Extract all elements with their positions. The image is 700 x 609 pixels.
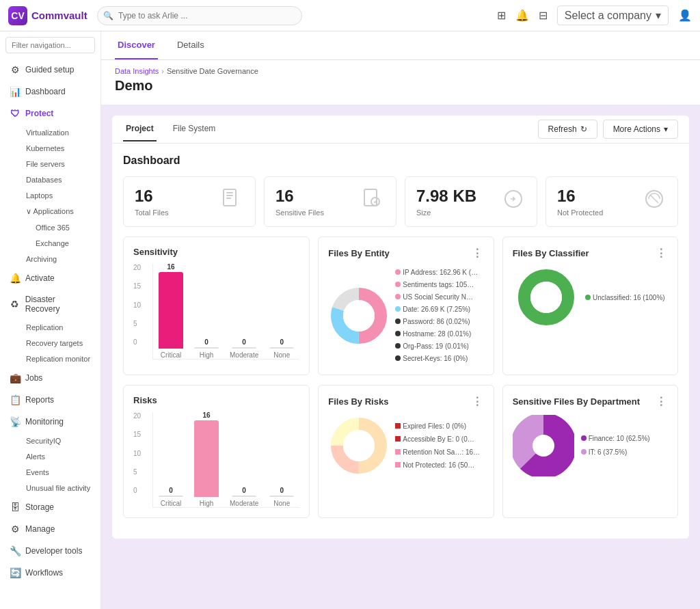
logo: CV Commvault xyxy=(8,6,90,25)
content-area: Project File System Refresh ↻ More Actio… xyxy=(101,105,700,609)
breadcrumb-parent[interactable]: Data Insights xyxy=(115,67,159,75)
stat-value-size: 7.98 KB xyxy=(416,187,476,206)
sidebar-item-disaster-recovery[interactable]: ♻ Disaster Recovery xyxy=(3,290,98,319)
files-by-classifier-donut xyxy=(515,267,577,328)
sub-tab-actions: Refresh ↻ More Actions ▾ xyxy=(538,116,678,143)
sidebar-item-protect[interactable]: 🛡 Protect xyxy=(3,103,98,124)
refresh-icon: ↻ xyxy=(580,124,587,134)
sidebar-item-guided-setup[interactable]: ⚙ Guided setup xyxy=(3,59,98,80)
charts-row-2: Risks 20 15 10 5 0 xyxy=(123,385,678,518)
sidebar-item-databases[interactable]: Databases xyxy=(21,172,98,187)
sidebar-item-storage[interactable]: 🗄 Storage xyxy=(3,497,98,517)
stat-card-size: 7.98 KB Size xyxy=(405,176,537,227)
risks-bar-moderate: 0 Moderate xyxy=(230,487,258,507)
sub-tab-project[interactable]: Project xyxy=(123,117,157,141)
main-content: Discover Details Data Insights › Sensiti… xyxy=(101,31,700,609)
sidebar-item-unusual-file[interactable]: Unusual file activity xyxy=(21,481,98,496)
stats-row: 16 Total Files xyxy=(123,176,678,227)
grid-icon[interactable]: ⊞ xyxy=(497,9,506,22)
stat-value-total-files: 16 xyxy=(135,187,169,206)
manage-icon: ⚙ xyxy=(10,524,21,534)
sidebar-item-replication[interactable]: Replication xyxy=(21,320,98,335)
sub-tabs-container: Project File System Refresh ↻ More Actio… xyxy=(112,116,689,144)
workflows-icon: 🔄 xyxy=(10,567,21,578)
sensitivity-title-text: Sensitivity xyxy=(133,247,178,257)
refresh-label: Refresh xyxy=(548,124,577,134)
sensitivity-bars: 16 Critical 0 xyxy=(152,264,299,360)
sidebar-item-recovery-targets[interactable]: Recovery targets xyxy=(21,336,98,351)
sidebar-filter-input[interactable] xyxy=(5,37,95,53)
stat-label-total-files: Total Files xyxy=(135,208,169,217)
sidebar-item-laptops[interactable]: Laptops xyxy=(21,188,98,203)
sidebar-item-virtualization[interactable]: Virtualization xyxy=(21,125,98,140)
tab-details[interactable]: Details xyxy=(174,31,207,59)
sidebar-item-file-servers[interactable]: File servers xyxy=(21,157,98,172)
search-area: 🔍 xyxy=(97,6,302,25)
sidebar-item-jobs[interactable]: 💼 Jobs xyxy=(3,368,98,388)
jobs-icon: 💼 xyxy=(10,373,21,383)
page-header: Data Insights › Sensitive Date Governanc… xyxy=(101,60,700,105)
sidebar-monitoring-subitems: SecurityIQ Alerts Events Unusual file ac… xyxy=(0,433,100,496)
more-actions-button[interactable]: More Actions ▾ xyxy=(603,120,678,139)
files-by-classifier-title-text: Files By Classifier xyxy=(513,248,589,258)
sidebar-item-exchange[interactable]: Exchange xyxy=(30,236,98,251)
sensitive-by-dept-content: Finance: 10 (62.5%) IT: 6 (37.5%) xyxy=(513,415,668,476)
files-by-risks-legend: Expired Files: 0 (0%) Accessible By E: 0… xyxy=(395,420,480,472)
sidebar-item-archiving[interactable]: Archiving xyxy=(21,252,98,267)
bar-none: 0 None xyxy=(269,338,294,359)
sidebar-label-events: Events xyxy=(26,468,49,476)
bar-high-label: High xyxy=(200,351,214,359)
dept-legend-dot-2 xyxy=(581,449,587,455)
developer-tools-icon: 🔧 xyxy=(10,545,21,556)
stat-card-not-protected: 16 Not Protected xyxy=(546,176,678,227)
storage-icon: 🗄 xyxy=(10,502,21,513)
sidebar-item-developer-tools[interactable]: 🔧 Developer tools xyxy=(3,541,98,561)
sub-tab-file-system[interactable]: File System xyxy=(170,117,219,141)
guided-setup-icon: ⚙ xyxy=(10,64,21,75)
breadcrumb-current: Sensitive Date Governance xyxy=(167,67,258,75)
monitoring-icon: 📡 xyxy=(10,416,21,427)
sidebar-item-replication-monitor[interactable]: Replication monitor xyxy=(21,351,98,366)
risks-y-axis: 20 15 10 5 0 xyxy=(133,412,141,494)
sidebar-item-manage[interactable]: ⚙ Manage xyxy=(3,519,98,539)
sidebar-item-alerts[interactable]: Alerts xyxy=(21,449,98,464)
sidebar-item-applications[interactable]: ∨ Applications xyxy=(21,204,98,219)
sidebar-label-alerts: Alerts xyxy=(26,452,45,461)
total-files-icon xyxy=(219,187,244,216)
breadcrumb: Data Insights › Sensitive Date Governanc… xyxy=(115,67,686,75)
company-selector[interactable]: Select a company ▾ xyxy=(557,5,669,25)
apps-icon[interactable]: ⊟ xyxy=(539,9,548,22)
sidebar-item-dashboard[interactable]: 📊 Dashboard xyxy=(3,81,98,102)
sidebar-item-office365[interactable]: Office 365 xyxy=(30,220,98,235)
bell-icon[interactable]: 🔔 xyxy=(515,9,529,22)
sidebar: ⚙ Guided setup 📊 Dashboard 🛡 Protect Vir… xyxy=(0,31,101,609)
bar-moderate-label: Moderate xyxy=(230,351,258,359)
sidebar-item-activate[interactable]: 🔔 Activate xyxy=(3,268,98,288)
sidebar-label-virtualization: Virtualization xyxy=(26,128,69,137)
svg-line-8 xyxy=(650,195,658,203)
activate-icon: 🔔 xyxy=(10,273,21,284)
sidebar-label-archiving: Archiving xyxy=(26,255,57,263)
sidebar-item-workflows[interactable]: 🔄 Workflows xyxy=(3,563,98,583)
stat-label-not-protected: Not Protected xyxy=(557,208,603,217)
sidebar-item-kubernetes[interactable]: Kubernetes xyxy=(21,141,98,156)
company-label: Select a company xyxy=(565,10,651,22)
entity-legend-dot-7 xyxy=(395,343,401,349)
sidebar-label-monitoring: Monitoring xyxy=(25,417,64,427)
sidebar-item-monitoring[interactable]: 📡 Monitoring xyxy=(3,411,98,432)
sidebar-item-reports[interactable]: 📋 Reports xyxy=(3,390,98,410)
sidebar-label-workflows: Workflows xyxy=(25,568,63,578)
files-by-risks-menu-icon[interactable]: ⋮ xyxy=(472,395,484,408)
files-by-classifier-menu-icon[interactable]: ⋮ xyxy=(656,247,668,260)
search-input[interactable] xyxy=(97,6,302,25)
sensitivity-chart-title: Sensitivity xyxy=(133,247,299,257)
stat-label-sensitive-files: Sensitive Files xyxy=(275,208,324,217)
sensitive-by-dept-menu-icon[interactable]: ⋮ xyxy=(656,395,668,408)
files-by-entity-menu-icon[interactable]: ⋮ xyxy=(472,247,484,260)
refresh-button[interactable]: Refresh ↻ xyxy=(538,120,597,139)
sidebar-item-events[interactable]: Events xyxy=(21,465,98,480)
tab-discover[interactable]: Discover xyxy=(115,31,158,59)
sidebar-item-securityiq[interactable]: SecurityIQ xyxy=(21,433,98,448)
user-avatar-icon[interactable]: 👤 xyxy=(678,9,692,22)
sidebar-label-developer-tools: Developer tools xyxy=(25,546,82,556)
